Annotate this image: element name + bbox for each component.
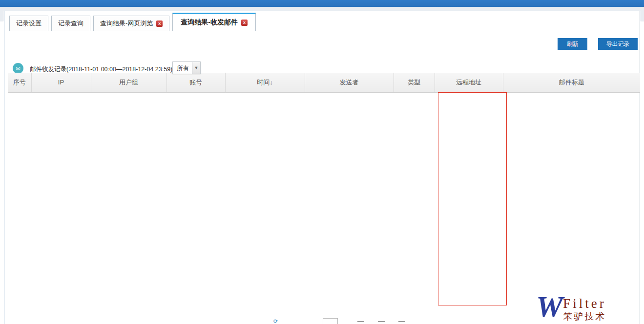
- pagination-text-fragment: [398, 321, 405, 324]
- wfilter-logo-name: Filter: [563, 297, 606, 310]
- column-header[interactable]: 远程地址: [435, 73, 503, 92]
- records-table: 序号IP用户组账号时间↓发送者类型远程地址邮件标题: [8, 73, 640, 93]
- column-header[interactable]: 邮件标题: [503, 73, 640, 92]
- sort-desc-icon: ↓: [270, 79, 273, 86]
- tab-record-settings[interactable]: 记录设置: [9, 16, 48, 31]
- pagination-text-fragment: [357, 321, 364, 324]
- records-table-wrap: 序号IP用户组账号时间↓发送者类型远程地址邮件标题: [8, 73, 640, 93]
- tab-result-mail[interactable]: 查询结果-收发邮件x: [172, 13, 256, 31]
- column-header[interactable]: 发送者: [305, 73, 394, 92]
- tab-label: 查询结果-收发邮件: [181, 18, 238, 27]
- filter-select[interactable]: 所有 ▼: [172, 61, 201, 74]
- refresh-button[interactable]: 刷新: [558, 38, 587, 50]
- pagination-bar: ⟳: [273, 318, 419, 324]
- table-header-row: 序号IP用户组账号时间↓发送者类型远程地址邮件标题: [8, 73, 640, 92]
- pagination-refresh-icon[interactable]: ⟳: [273, 318, 278, 324]
- mail-icon: ✉: [13, 63, 23, 74]
- close-icon[interactable]: x: [241, 20, 248, 26]
- close-icon[interactable]: x: [156, 20, 163, 27]
- tab-bar: 记录设置记录查询查询结果-网页浏览x查询结果-收发邮件x: [4, 11, 640, 31]
- main-panel: 记录设置记录查询查询结果-网页浏览x查询结果-收发邮件x 刷新 导出记录 ✉ 邮…: [4, 11, 640, 324]
- tab-record-query[interactable]: 记录查询: [51, 16, 90, 31]
- wfilter-logo: W Filter 笨驴技术: [536, 293, 606, 323]
- top-title-bar: [0, 0, 644, 7]
- chevron-down-icon[interactable]: ▼: [192, 62, 200, 74]
- filter-select-value: 所有: [173, 62, 192, 74]
- pagination-text-fragment: [378, 321, 385, 324]
- tab-label: 记录设置: [16, 19, 42, 28]
- column-header[interactable]: 时间↓: [225, 73, 305, 92]
- column-header[interactable]: 类型: [394, 73, 435, 92]
- wfilter-logo-subtitle: 笨驴技术: [563, 310, 606, 323]
- wfilter-logo-w: W: [536, 293, 561, 323]
- page-number-input[interactable]: [323, 318, 338, 324]
- column-header[interactable]: 序号: [8, 73, 31, 92]
- column-header[interactable]: IP: [31, 73, 91, 92]
- tab-label: 查询结果-网页浏览: [100, 19, 153, 28]
- tab-result-web-browsing[interactable]: 查询结果-网页浏览x: [93, 16, 169, 31]
- remote-address-highlight-box: [438, 92, 507, 305]
- column-header[interactable]: 用户组: [91, 73, 166, 92]
- column-header[interactable]: 账号: [166, 73, 225, 92]
- tab-label: 记录查询: [58, 19, 83, 28]
- export-records-button[interactable]: 导出记录: [598, 38, 638, 50]
